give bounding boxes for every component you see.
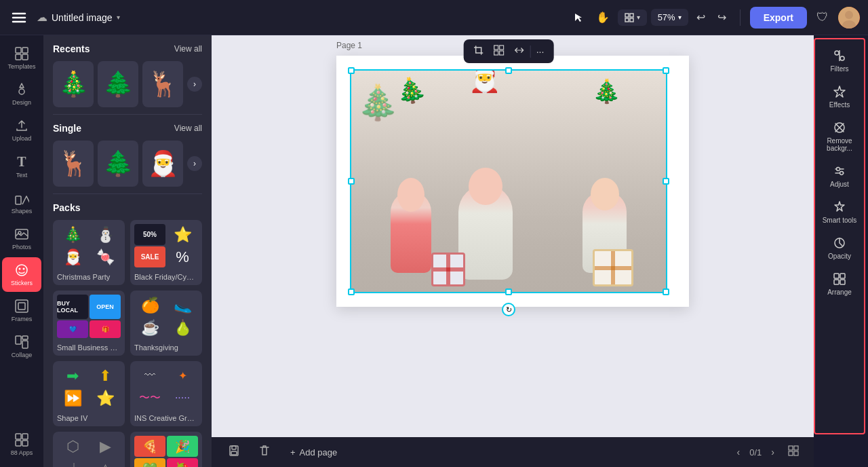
right-panel-effects[interactable]: Effects bbox=[816, 79, 863, 114]
pack-item-christmas[interactable]: 🎄 ⛄ 🎅 🍬 Christmas Party bbox=[53, 220, 125, 285]
right-panel-adjust[interactable]: Adjust bbox=[816, 159, 863, 193]
right-panel-filters[interactable]: Filters bbox=[816, 43, 863, 78]
single-view-all-btn[interactable]: View all bbox=[174, 124, 202, 133]
save-btn[interactable] bbox=[222, 442, 245, 462]
svg-rect-11 bbox=[22, 48, 28, 53]
zoom-chevron-icon: ▾ bbox=[678, 14, 682, 21]
prev-page-btn[interactable]: ‹ bbox=[733, 445, 745, 459]
svg-rect-37 bbox=[789, 446, 793, 450]
shield-btn[interactable]: 🛡 bbox=[814, 7, 831, 27]
sidebar-shapes-label: Shapes bbox=[12, 208, 33, 214]
svg-rect-10 bbox=[16, 48, 21, 53]
sidebar-item-collage[interactable]: Collage bbox=[2, 329, 41, 364]
svg-point-8 bbox=[845, 11, 853, 19]
recents-section-header: Recents View all bbox=[43, 35, 212, 58]
add-page-btn[interactable]: + Add page bbox=[283, 445, 344, 460]
svg-rect-23 bbox=[16, 336, 21, 344]
svg-rect-29 bbox=[22, 441, 28, 446]
single-nav-arrow[interactable]: › bbox=[187, 156, 202, 171]
file-name-area[interactable]: ☁ Untitled image ▾ bbox=[37, 11, 120, 24]
avatar[interactable] bbox=[838, 7, 860, 29]
right-panel-removebg[interactable]: Remove backgr... bbox=[816, 115, 863, 157]
pack-item-blackfriday[interactable]: 50% ⭐ SALE % Black Friday/Cyber M... bbox=[130, 220, 202, 285]
sidebar-item-apps[interactable]: 88 Apps bbox=[2, 427, 41, 462]
selected-image-container[interactable]: ··· bbox=[350, 69, 667, 293]
svg-rect-15 bbox=[16, 196, 21, 204]
svg-point-14 bbox=[19, 89, 24, 94]
sidebar-item-design[interactable]: Design bbox=[2, 77, 41, 111]
recents-nav-arrow[interactable]: › bbox=[187, 77, 202, 92]
recent-item-1[interactable]: 🎄 bbox=[53, 61, 94, 107]
svg-rect-47 bbox=[834, 274, 839, 278]
right-panel-arrange[interactable]: Arrange bbox=[816, 267, 863, 301]
svg-rect-24 bbox=[22, 336, 28, 339]
recent-item-3[interactable]: 🦌 bbox=[142, 61, 183, 107]
view-options-btn[interactable]: ▾ bbox=[618, 10, 647, 26]
pack-christmas-label: Christmas Party bbox=[53, 272, 125, 285]
recent-item-2[interactable]: 🌲 bbox=[98, 61, 138, 107]
single-grid: 🦌 🌲 🎅 › bbox=[43, 138, 212, 193]
sidebar-collage-label: Collage bbox=[12, 352, 33, 358]
floating-toolbar: ··· bbox=[464, 39, 554, 63]
rotate-handle[interactable]: ↻ bbox=[502, 303, 515, 316]
sidebar-design-label: Design bbox=[12, 99, 31, 106]
pack-item-smallbiz[interactable]: BUY LOCAL OPEN 💙 🎁 Small Business Saturd… bbox=[53, 291, 125, 356]
svg-rect-30 bbox=[494, 45, 498, 50]
panel-sidebar-scroll: Recents View all 🎄 🌲 🦌 › Single View all… bbox=[43, 35, 212, 467]
svg-point-42 bbox=[840, 56, 844, 60]
svg-rect-39 bbox=[789, 451, 793, 455]
canvas-image[interactable]: 🎄 🎄 🎅 🎄 bbox=[350, 69, 667, 293]
panel-sidebar: Recents View all 🎄 🌲 🦌 › Single View all… bbox=[43, 35, 212, 467]
undo-btn[interactable]: ↩ bbox=[692, 7, 709, 28]
next-page-btn[interactable]: › bbox=[767, 445, 778, 459]
svg-rect-6 bbox=[630, 18, 633, 22]
svg-rect-4 bbox=[630, 14, 633, 17]
sidebar-item-templates[interactable]: Templates bbox=[2, 41, 41, 75]
right-panel: Filters Effects Remove backgr... Adjust … bbox=[814, 38, 865, 434]
effects-label: Effects bbox=[829, 101, 850, 109]
svg-rect-49 bbox=[834, 280, 839, 284]
sidebar-item-shapes[interactable]: Shapes bbox=[2, 185, 41, 220]
pack-item-ins[interactable]: 〰 ✦ 〜〜 ····· INS Creative Graphics bbox=[130, 361, 202, 426]
sidebar-frames-label: Frames bbox=[12, 316, 33, 322]
sidebar-item-photos[interactable]: Photos bbox=[2, 221, 41, 256]
recents-view-all-btn[interactable]: View all bbox=[174, 44, 202, 54]
page-label: Page 1 bbox=[336, 41, 362, 50]
single-item-1[interactable]: 🦌 bbox=[53, 141, 94, 187]
pack-item-thanksgiving[interactable]: 🍊 🥿 ☕ 🍐 Thanksgiving bbox=[130, 291, 202, 356]
svg-rect-33 bbox=[500, 51, 504, 55]
right-panel-smarttools[interactable]: Smart tools bbox=[816, 195, 863, 229]
zoom-control-btn[interactable]: 57% ▾ bbox=[651, 9, 688, 26]
single-item-2[interactable]: 🌲 bbox=[98, 141, 138, 187]
right-panel-opacity[interactable]: Opacity bbox=[816, 231, 863, 265]
float-btn-grid[interactable] bbox=[490, 42, 509, 60]
pack-item-shape-iv[interactable]: ➡ ⬆ ⏩ ⭐ Shape IV bbox=[53, 361, 125, 426]
pack-item-blackimagination[interactable]: ⬡ ▶ ♩ △ Black Imagination bbox=[53, 432, 125, 467]
export-btn[interactable]: Export bbox=[750, 7, 807, 29]
svg-rect-35 bbox=[232, 446, 236, 449]
float-btn-flip[interactable] bbox=[510, 42, 529, 60]
pack-item-supermarket[interactable]: 🍕 🎉 💚 🍓 Supermarket bbox=[130, 432, 202, 467]
toolbar-buttons: ✋ ▾ 57% ▾ ↩ ↪ bbox=[569, 7, 730, 28]
svg-point-19 bbox=[19, 268, 21, 270]
select-tool-btn[interactable] bbox=[569, 8, 588, 27]
float-btn-crop[interactable] bbox=[469, 42, 488, 60]
canvas-bg[interactable]: ··· bbox=[336, 56, 689, 307]
sidebar-item-upload[interactable]: Upload bbox=[2, 113, 41, 147]
sidebar-item-stickers[interactable]: Stickers bbox=[2, 257, 41, 292]
grid-view-btn[interactable] bbox=[784, 444, 803, 460]
single-item-3[interactable]: 🎅 bbox=[142, 141, 183, 187]
add-page-label: Add page bbox=[300, 447, 338, 457]
title-chevron-icon: ▾ bbox=[117, 14, 120, 21]
hand-tool-btn[interactable]: ✋ bbox=[592, 7, 614, 28]
svg-point-18 bbox=[16, 265, 27, 276]
float-btn-more[interactable]: ··· bbox=[532, 43, 549, 60]
sidebar-item-text[interactable]: T Text bbox=[2, 149, 41, 184]
svg-rect-5 bbox=[625, 18, 629, 22]
redo-btn[interactable]: ↪ bbox=[713, 7, 730, 28]
logo-icon[interactable] bbox=[8, 7, 30, 29]
sidebar-item-frames[interactable]: Frames bbox=[2, 293, 41, 328]
svg-point-44 bbox=[837, 168, 840, 171]
delete-btn[interactable] bbox=[254, 442, 275, 462]
sidebar-text-label: Text bbox=[16, 172, 28, 179]
